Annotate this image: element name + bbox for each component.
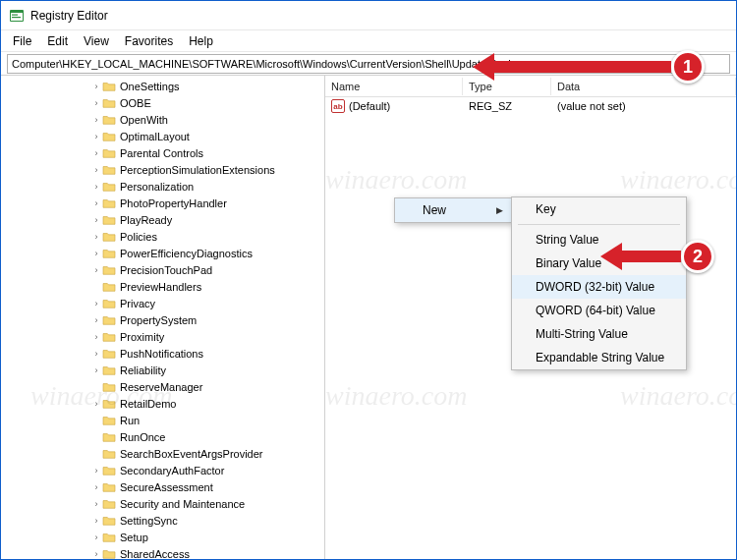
menu-favorites[interactable]: Favorites (117, 32, 181, 50)
chevron-right-icon[interactable]: › (91, 132, 101, 141)
tree-item[interactable]: ›SecureAssessment (15, 478, 324, 495)
tree-item[interactable]: ›Policies (15, 228, 324, 245)
svg-rect-3 (12, 17, 21, 18)
tree-item[interactable]: ›Setup (15, 529, 324, 545)
tree-item-label: Reliability (120, 364, 166, 376)
registry-editor-window: Registry Editor File Edit View Favorites… (0, 0, 737, 560)
chevron-right-icon[interactable]: › (91, 365, 101, 375)
chevron-right-icon[interactable]: › (91, 332, 101, 342)
chevron-right-icon[interactable]: › (91, 198, 101, 208)
chevron-right-icon[interactable]: › (91, 532, 101, 542)
column-type[interactable]: Type (463, 78, 551, 95)
registry-tree[interactable]: ›OneSettings›OOBE›OpenWith›OptimalLayout… (1, 76, 325, 559)
chevron-right-icon[interactable]: › (91, 115, 101, 125)
tree-item-label: Run (120, 415, 140, 426)
chevron-right-icon[interactable]: › (91, 148, 101, 158)
tree-item[interactable]: ›Proximity (15, 328, 324, 345)
tree-item[interactable]: ›SearchBoxEventArgsProvider (15, 445, 324, 462)
tree-item[interactable]: ›Security and Maintenance (15, 495, 324, 512)
tree-item-label: SettingSync (120, 515, 178, 527)
tree-item[interactable]: ›PerceptionSimulationExtensions (15, 161, 324, 178)
chevron-right-icon[interactable]: › (91, 299, 101, 308)
tree-item[interactable]: ›PrecisionTouchPad (15, 261, 324, 278)
tree-item-label: PreviewHandlers (120, 281, 201, 293)
menu-edit[interactable]: Edit (39, 32, 76, 50)
tree-item-label: Security and Maintenance (120, 498, 245, 510)
values-body[interactable]: ab (Default) REG_SZ (value not set) New … (325, 97, 736, 559)
chevron-right-icon[interactable]: › (91, 466, 101, 476)
chevron-right-icon[interactable]: › (91, 315, 101, 325)
chevron-right-icon[interactable]: › (91, 165, 101, 175)
submenu-multi-string-value[interactable]: Multi-String Value (512, 322, 686, 346)
chevron-right-icon[interactable]: › (91, 249, 101, 258)
chevron-right-icon[interactable]: › (91, 232, 101, 242)
folder-icon (102, 314, 116, 326)
tree-item[interactable]: ›PlayReady (15, 211, 324, 228)
tree-item[interactable]: ›RunOnce (15, 428, 324, 445)
context-menu-new[interactable]: New ▶ Key String Value Binary Value (395, 198, 511, 222)
menu-help[interactable]: Help (181, 32, 221, 50)
chevron-right-icon[interactable]: › (91, 349, 101, 359)
chevron-right-icon[interactable]: › (91, 499, 101, 509)
address-input[interactable] (7, 54, 730, 74)
chevron-right-icon[interactable]: › (91, 482, 101, 492)
tree-item[interactable]: ›SharedAccess (15, 545, 324, 559)
tree-item[interactable]: ›PushNotifications (15, 345, 324, 362)
submenu-expandable-string-value[interactable]: Expandable String Value (512, 346, 686, 369)
submenu-qword-value[interactable]: QWORD (64-bit) Value (512, 299, 686, 322)
folder-icon (102, 231, 116, 243)
folder-icon (102, 515, 116, 527)
chevron-right-icon[interactable]: › (91, 265, 101, 275)
chevron-right-icon[interactable]: › (91, 215, 101, 225)
window-title: Registry Editor (30, 9, 108, 23)
tree-item[interactable]: ›PropertySystem (15, 311, 324, 328)
submenu-binary-value[interactable]: Binary Value (512, 252, 686, 275)
tree-item[interactable]: ›Reliability (15, 362, 324, 378)
tree-item[interactable]: ›OpenWith (15, 111, 324, 128)
submenu-key[interactable]: Key (512, 197, 686, 221)
chevron-right-icon[interactable]: › (91, 516, 101, 526)
tree-item-label: RetailDemo (120, 398, 176, 410)
tree-item[interactable]: ›PowerEfficiencyDiagnostics (15, 245, 324, 261)
column-data[interactable]: Data (551, 78, 736, 95)
value-row[interactable]: ab (Default) REG_SZ (value not set) (325, 97, 736, 115)
folder-icon (102, 248, 116, 259)
chevron-right-icon[interactable]: › (91, 82, 101, 91)
submenu-string-value[interactable]: String Value (512, 228, 686, 252)
folder-icon (102, 532, 116, 543)
tree-item[interactable]: ›SettingSync (15, 512, 324, 529)
chevron-right-icon[interactable]: › (91, 182, 101, 192)
chevron-right-icon[interactable]: › (91, 399, 101, 409)
menu-view[interactable]: View (76, 32, 117, 50)
tree-item[interactable]: ›PreviewHandlers (15, 278, 324, 295)
tree-item[interactable]: ›RetailDemo (15, 395, 324, 412)
tree-item[interactable]: ›OptimalLayout (15, 128, 324, 144)
tree-item[interactable]: ›Privacy (15, 295, 324, 311)
submenu-arrow-icon: ▶ (496, 205, 503, 215)
folder-icon (102, 548, 116, 560)
tree-item[interactable]: ›PhotoPropertyHandler (15, 195, 324, 211)
tree-item-label: PlayReady (120, 214, 172, 226)
folder-icon (102, 214, 116, 226)
column-name[interactable]: Name (325, 78, 463, 95)
tree-item-label: SecondaryAuthFactor (120, 465, 224, 476)
tree-item[interactable]: ›Personalization (15, 178, 324, 195)
tree-item[interactable]: ›OOBE (15, 94, 324, 111)
folder-icon (102, 264, 116, 276)
tree-item[interactable]: ›SecondaryAuthFactor (15, 462, 324, 478)
tree-item[interactable]: ›OneSettings (15, 78, 324, 94)
tree-item-label: PushNotifications (120, 348, 203, 360)
folder-icon (102, 281, 116, 293)
folder-icon (102, 448, 116, 460)
chevron-right-icon[interactable]: › (91, 549, 101, 559)
tree-item[interactable]: ›Run (15, 412, 324, 428)
tree-item[interactable]: ›Parental Controls (15, 144, 324, 161)
chevron-right-icon[interactable]: › (91, 98, 101, 108)
tree-item-label: PropertySystem (120, 314, 197, 326)
menu-file[interactable]: File (5, 32, 39, 50)
folder-icon (102, 415, 116, 426)
tree-item[interactable]: ›ReserveManager (15, 378, 324, 395)
folder-icon (102, 431, 116, 443)
submenu-dword-value[interactable]: DWORD (32-bit) Value (512, 275, 686, 299)
tree-item-label: SecureAssessment (120, 481, 213, 493)
